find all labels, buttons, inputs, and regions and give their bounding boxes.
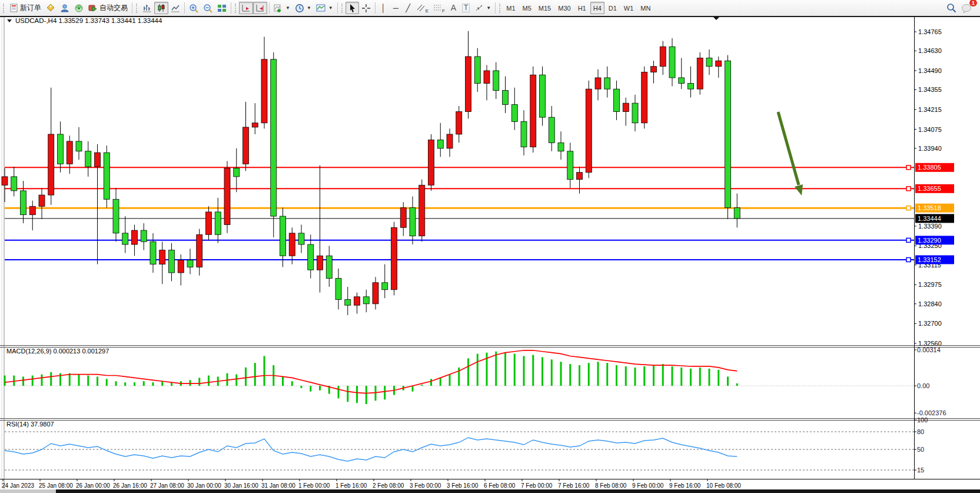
candle <box>466 57 471 112</box>
chart-background <box>0 16 980 493</box>
fibonacci-tool-button[interactable]: F <box>431 2 447 14</box>
price-axis-label: 1.34075 <box>918 126 942 133</box>
label-tool-button[interactable]: T <box>460 2 472 14</box>
zoom-out-button[interactable] <box>201 2 215 14</box>
date-axis-label: 30 Jan 16:00 <box>224 482 258 489</box>
indicators-icon <box>274 4 283 12</box>
timeframe-button-mn[interactable]: MN <box>637 2 653 14</box>
horizontal-line-tool-button[interactable]: ─ <box>390 2 402 14</box>
crosshair-icon <box>361 4 371 13</box>
search-button[interactable] <box>944 2 959 14</box>
tile-windows-button[interactable] <box>215 2 229 14</box>
window-bottom-bar <box>56 489 980 493</box>
zoom-in-button[interactable] <box>187 2 201 14</box>
arrows-dropdown-caret[interactable]: ▼ <box>486 5 491 11</box>
arrows-icon <box>474 4 484 12</box>
new-order-button[interactable]: 新订单 <box>7 2 44 14</box>
profile-button[interactable] <box>58 2 72 14</box>
timeframe-button-m15[interactable]: M15 <box>536 2 554 14</box>
templates-button[interactable]: ▼ <box>314 2 335 14</box>
chart-shift-button[interactable] <box>253 2 267 14</box>
candle <box>215 212 221 234</box>
auto-scroll-button[interactable] <box>239 2 253 14</box>
scrollbar-track[interactable] <box>0 489 56 493</box>
candle <box>373 283 378 304</box>
timeframe-button-h4[interactable]: H4 <box>590 2 604 14</box>
timeframe-button-m1[interactable]: M1 <box>503 2 518 14</box>
level-line-handle[interactable] <box>906 257 911 262</box>
candle <box>410 208 416 236</box>
candle <box>651 67 657 72</box>
toolbar-drag-handle[interactable] <box>499 4 501 13</box>
candle <box>382 283 388 290</box>
candle <box>391 227 397 290</box>
signal-button[interactable] <box>72 2 86 14</box>
price-badge-label: 1.33655 <box>918 185 941 192</box>
candle <box>326 256 332 278</box>
notifications-button[interactable]: 1 <box>959 2 974 14</box>
timeframe-button-h1[interactable]: H1 <box>575 2 589 14</box>
rsi-axis-label: 80 <box>917 428 924 435</box>
channel-tool-button[interactable]: E <box>414 2 431 14</box>
date-axis-label: 7 Feb 16:00 <box>558 482 590 489</box>
tile-windows-icon <box>217 4 227 12</box>
price-axis-label: 1.32700 <box>918 320 942 327</box>
cursor-icon <box>348 4 357 13</box>
date-axis-label: 31 Jan 08:00 <box>261 482 295 489</box>
trendline-tool-button[interactable]: ╱ <box>402 2 414 14</box>
toolbar-drag-handle[interactable] <box>3 4 5 13</box>
candle <box>558 143 564 151</box>
candle <box>252 123 258 127</box>
level-line-handle[interactable] <box>906 187 911 191</box>
candle <box>197 234 202 267</box>
periods-button[interactable]: ▼ <box>293 2 314 14</box>
candle <box>734 208 740 219</box>
clock-icon <box>295 4 304 13</box>
candle <box>447 134 453 148</box>
timeframe-button-m30[interactable]: M30 <box>555 2 573 14</box>
candle <box>688 84 694 90</box>
level-line-handle[interactable] <box>906 166 911 170</box>
candle <box>67 141 72 164</box>
level-line-handle[interactable] <box>906 238 911 242</box>
date-axis-label: 30 Jan 00:00 <box>187 482 221 489</box>
candle <box>642 72 647 123</box>
candle <box>224 168 230 225</box>
arrows-tool-button[interactable]: ▼ <box>472 2 493 14</box>
toolbar: 新订单 自动交易 ▼ ▼ <box>0 0 980 16</box>
candle <box>540 75 546 117</box>
bar-chart-button[interactable] <box>140 2 154 14</box>
timeframe-button-m5[interactable]: M5 <box>520 2 534 14</box>
quotes-button[interactable] <box>44 2 58 14</box>
chart-canvas[interactable]: USDCAD-,H4 1.33529 1.33743 1.33441 1.334… <box>0 0 980 493</box>
indicators-button[interactable]: ▼ <box>271 2 293 14</box>
candle <box>261 59 267 123</box>
cursor-tool-button[interactable] <box>346 2 359 14</box>
price-axis-label: 1.34490 <box>918 67 942 74</box>
crosshair-tool-button[interactable] <box>359 2 373 14</box>
date-axis-label: 1 Feb 00:00 <box>298 482 330 489</box>
candlestick-chart-button[interactable] <box>154 2 168 14</box>
candle <box>484 71 490 84</box>
candle <box>317 256 323 270</box>
toolbar-drag-handle[interactable] <box>235 4 237 13</box>
bar-chart-icon <box>142 4 152 12</box>
text-icon: A <box>451 4 456 12</box>
candle <box>428 140 434 186</box>
level-line-handle[interactable] <box>906 206 911 210</box>
text-tool-button[interactable]: A <box>447 2 460 14</box>
templates-dropdown-caret[interactable]: ▼ <box>328 5 333 11</box>
auto-trading-button[interactable]: 自动交易 <box>86 2 130 14</box>
toolbar-drag-handle[interactable] <box>341 4 344 13</box>
line-chart-button[interactable] <box>168 2 182 14</box>
timeframe-button-d1[interactable]: D1 <box>606 2 620 14</box>
price-axis-label: 1.32975 <box>918 281 942 288</box>
indicators-dropdown-caret[interactable]: ▼ <box>285 5 290 11</box>
timeframe-button-w1[interactable]: W1 <box>621 2 637 14</box>
candle <box>456 112 462 134</box>
toolbar-drag-handle[interactable] <box>136 4 138 13</box>
vertical-line-tool-button[interactable]: │ <box>377 2 390 14</box>
date-axis-label: 3 Feb 00:00 <box>410 482 441 489</box>
candle <box>11 177 17 191</box>
periods-dropdown-caret[interactable]: ▼ <box>307 5 311 11</box>
